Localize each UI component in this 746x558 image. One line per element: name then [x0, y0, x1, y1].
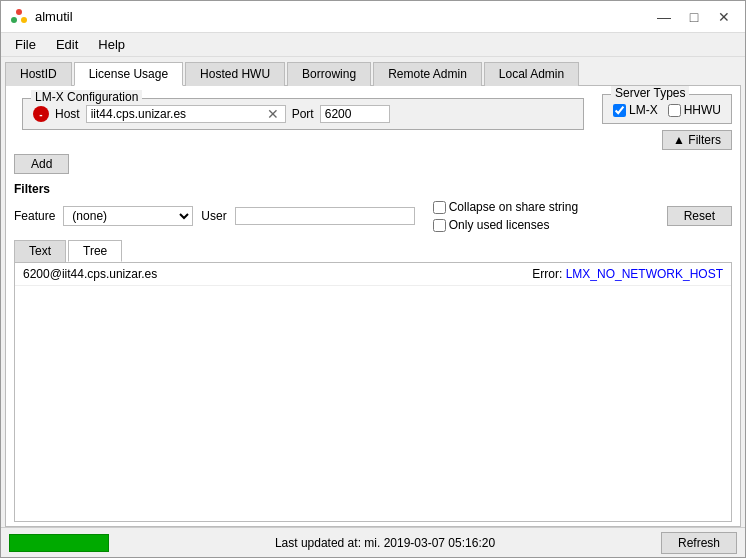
collapse-checkbox[interactable] — [433, 201, 446, 214]
host-label: Host — [55, 107, 80, 121]
inner-tab-bar: Text Tree — [6, 236, 740, 262]
only-used-checkbox[interactable] — [433, 219, 446, 232]
error-value: LMX_NO_NETWORK_HOST — [566, 267, 723, 281]
tab-borrowing[interactable]: Borrowing — [287, 62, 371, 86]
row-error: Error: LMX_NO_NETWORK_HOST — [532, 267, 723, 281]
last-updated-time: mi. 2019-03-07 05:16:20 — [364, 536, 495, 550]
inner-tab-text[interactable]: Text — [14, 240, 66, 262]
menu-edit[interactable]: Edit — [46, 35, 88, 54]
tab-hosted-hwu[interactable]: Hosted HWU — [185, 62, 285, 86]
host-input[interactable] — [91, 107, 265, 121]
collapse-label: Collapse on share string — [449, 200, 578, 214]
port-input[interactable] — [320, 105, 390, 123]
lmx-config-legend: LM-X Configuration — [31, 90, 142, 104]
tab-hostid[interactable]: HostID — [5, 62, 72, 86]
only-used-label: Only used licenses — [449, 218, 550, 232]
menu-bar: File Edit Help — [1, 33, 745, 57]
filters-section: Filters Feature (none) User Collapse on … — [6, 178, 740, 236]
collapse-checkbox-label[interactable]: Collapse on share string — [433, 200, 578, 214]
main-content: LM-X Configuration - Host ✕ Port Server … — [5, 85, 741, 527]
tab-license-usage[interactable]: License Usage — [74, 62, 183, 86]
lmx-checkbox[interactable] — [613, 104, 626, 117]
user-label: User — [201, 209, 226, 223]
status-bar: Last updated at: mi. 2019-03-07 05:16:20… — [1, 527, 745, 557]
menu-help[interactable]: Help — [88, 35, 135, 54]
feature-label: Feature — [14, 209, 55, 223]
lmx-label: LM-X — [629, 103, 658, 117]
user-input[interactable] — [235, 207, 415, 225]
hhwu-checkbox[interactable] — [668, 104, 681, 117]
server-types-legend: Server Types — [611, 86, 689, 100]
list-area: 6200@iit44.cps.unizar.es Error: LMX_NO_N… — [14, 262, 732, 522]
svg-point-2 — [11, 17, 17, 23]
port-label: Port — [292, 107, 314, 121]
svg-point-0 — [16, 9, 22, 15]
lmx-config-section: LM-X Configuration - Host ✕ Port — [22, 98, 584, 130]
filters-title: Filters — [14, 182, 732, 196]
inner-tab-tree[interactable]: Tree — [68, 240, 122, 262]
tab-remote-admin[interactable]: Remote Admin — [373, 62, 482, 86]
row-host-label: 6200@iit44.cps.unizar.es — [23, 267, 532, 281]
add-button[interactable]: Add — [14, 154, 69, 174]
window-controls: — □ ✕ — [651, 7, 737, 27]
maximize-button[interactable]: □ — [681, 7, 707, 27]
last-updated-label: Last updated at: — [275, 536, 361, 550]
progress-bar — [9, 534, 109, 552]
host-status-icon: - — [33, 106, 49, 122]
host-input-wrap: ✕ — [86, 105, 286, 123]
close-button[interactable]: ✕ — [711, 7, 737, 27]
hhwu-label: HHWU — [684, 103, 721, 117]
main-tab-bar: HostID License Usage Hosted HWU Borrowin… — [1, 57, 745, 85]
feature-select[interactable]: (none) — [63, 206, 193, 226]
table-row: 6200@iit44.cps.unizar.es Error: LMX_NO_N… — [15, 263, 731, 286]
add-row: Add — [6, 150, 740, 178]
menu-file[interactable]: File — [5, 35, 46, 54]
window-title: almutil — [35, 9, 651, 24]
filter-checkboxes: Collapse on share string Only used licen… — [433, 200, 578, 232]
app-window: almutil — □ ✕ File Edit Help HostID Lice… — [0, 0, 746, 558]
filters-button[interactable]: ▲ Filters — [662, 130, 732, 150]
server-types-box: Server Types LM-X HHWU — [602, 94, 732, 124]
lmx-checkbox-label[interactable]: LM-X — [613, 103, 658, 117]
clear-host-button[interactable]: ✕ — [265, 106, 281, 122]
svg-point-1 — [21, 17, 27, 23]
status-text: Last updated at: mi. 2019-03-07 05:16:20 — [117, 536, 653, 550]
title-bar: almutil — □ ✕ — [1, 1, 745, 33]
only-used-checkbox-label[interactable]: Only used licenses — [433, 218, 578, 232]
minimize-button[interactable]: — — [651, 7, 677, 27]
hhwu-checkbox-label[interactable]: HHWU — [668, 103, 721, 117]
reset-button[interactable]: Reset — [667, 206, 732, 226]
refresh-button[interactable]: Refresh — [661, 532, 737, 554]
app-icon — [9, 7, 29, 27]
tab-local-admin[interactable]: Local Admin — [484, 62, 579, 86]
error-prefix: Error: — [532, 267, 565, 281]
